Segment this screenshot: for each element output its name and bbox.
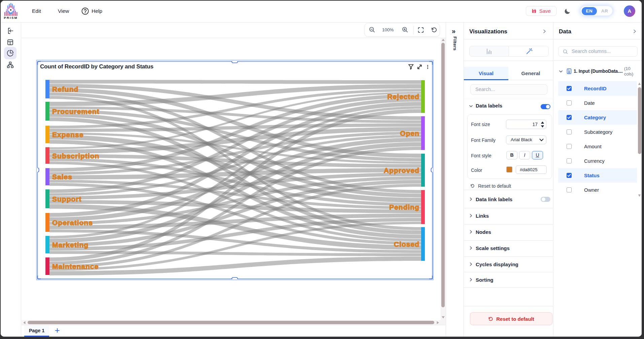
svg-text:Maintenance: Maintenance — [52, 263, 99, 270]
svg-text:Marketing: Marketing — [52, 241, 89, 249]
svg-text:Closed: Closed — [394, 240, 419, 248]
svg-text:Operations: Operations — [52, 219, 93, 226]
svg-text:Expense: Expense — [52, 131, 83, 138]
svg-text:Support: Support — [52, 195, 81, 203]
svg-text:Refund: Refund — [52, 85, 78, 93]
svg-text:Open: Open — [400, 129, 419, 137]
svg-text:Subscription: Subscription — [52, 152, 99, 160]
svg-text:Pending: Pending — [389, 203, 419, 211]
svg-text:Rejected: Rejected — [387, 93, 419, 100]
svg-text:Procurement: Procurement — [52, 107, 100, 115]
svg-text:Sales: Sales — [52, 173, 72, 181]
svg-text:Approved: Approved — [384, 166, 419, 174]
